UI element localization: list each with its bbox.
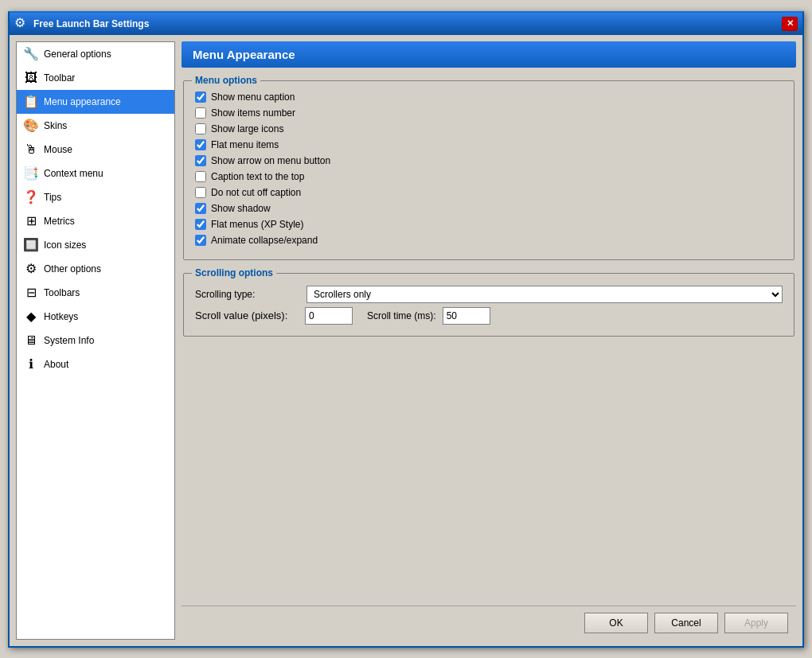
menu-options-label: Menu options	[192, 75, 260, 86]
sidebar-label-mouse: Mouse	[44, 144, 72, 155]
checkbox-show-menu-caption[interactable]	[195, 91, 206, 103]
icon-sizes-icon: 🔲	[23, 237, 39, 253]
window-title: Free Launch Bar Settings	[33, 18, 149, 29]
sidebar-item-hotkeys[interactable]: ◆Hotkeys	[17, 305, 174, 329]
checkbox-row-caption-text-to-top: Caption text to the top	[195, 169, 783, 185]
sidebar-item-general-options[interactable]: 🔧General options	[17, 42, 174, 66]
main-window: ⚙ Free Launch Bar Settings ✕ 🔧General op…	[8, 11, 804, 648]
checkbox-row-flat-menu-items: Flat menu items	[195, 137, 783, 153]
scroll-value-label: Scroll value (pixels):	[195, 310, 299, 321]
checkbox-show-large-icons[interactable]	[195, 123, 206, 134]
content-header: Menu Appearance	[182, 41, 796, 68]
sidebar-label-context-menu: Context menu	[44, 168, 103, 179]
checkbox-do-not-cut-off-caption[interactable]	[195, 187, 206, 198]
footer: OK Cancel Apply	[182, 605, 796, 640]
menu-appearance-icon: 📋	[23, 94, 39, 110]
checkbox-label-animate-collapse-expand: Animate collapse/expand	[211, 235, 318, 246]
scrolling-type-select[interactable]: Scrollers onlyNoneAuto	[306, 286, 783, 303]
checkbox-label-flat-menus-xp-style: Flat menus (XP Style)	[211, 219, 303, 230]
checkbox-row-show-menu-caption: Show menu caption	[195, 89, 783, 105]
toolbar-icon: 🖼	[23, 70, 39, 86]
scroll-value-input[interactable]	[305, 307, 353, 325]
checkbox-label-show-shadow: Show shadow	[211, 203, 271, 214]
scroll-time-label: Scroll time (ms):	[367, 310, 436, 321]
scroll-time-input[interactable]	[443, 307, 490, 325]
checkbox-row-flat-menus-xp-style: Flat menus (XP Style)	[195, 216, 783, 232]
window-icon: ⚙	[14, 17, 29, 31]
sidebar-label-about: About	[44, 359, 68, 370]
checkbox-row-show-arrow-on-menu-button: Show arrow on menu button	[195, 153, 783, 169]
sidebar-label-system-info: System Info	[44, 335, 94, 346]
sidebar-label-tips: Tips	[44, 192, 61, 203]
close-button[interactable]: ✕	[782, 17, 798, 31]
sidebar-item-tips[interactable]: ❓Tips	[17, 185, 174, 209]
sidebar-item-skins[interactable]: 🎨Skins	[17, 114, 174, 138]
metrics-icon: ⊞	[23, 213, 39, 229]
checkbox-label-show-menu-caption: Show menu caption	[211, 91, 295, 103]
sidebar-item-toolbars[interactable]: ⊟Toolbars	[17, 281, 174, 305]
checkbox-label-caption-text-to-top: Caption text to the top	[211, 171, 304, 182]
other-options-icon: ⚙	[23, 261, 39, 277]
window-body: 🔧General options🖼Toolbar📋Menu appearance…	[10, 35, 802, 646]
checkbox-show-shadow[interactable]	[195, 203, 206, 214]
checkbox-animate-collapse-expand[interactable]	[195, 235, 206, 246]
skins-icon: 🎨	[23, 118, 39, 134]
hotkeys-icon: ◆	[23, 309, 39, 325]
sidebar-label-menu-appearance: Menu appearance	[44, 96, 121, 107]
title-bar: ⚙ Free Launch Bar Settings ✕	[10, 13, 802, 35]
checkbox-row-do-not-cut-off-caption: Do not cut off caption	[195, 185, 783, 201]
checkbox-flat-menu-items[interactable]	[195, 139, 206, 150]
sidebar-label-skins: Skins	[44, 120, 67, 131]
checkbox-label-do-not-cut-off-caption: Do not cut off caption	[211, 187, 301, 198]
checkbox-caption-text-to-top[interactable]	[195, 171, 206, 182]
checkbox-row-animate-collapse-expand: Animate collapse/expand	[195, 232, 783, 248]
menu-options-group: Menu options Show menu captionShow items…	[183, 80, 794, 260]
content-area: Menu options Show menu captionShow items…	[182, 72, 796, 601]
sidebar-item-metrics[interactable]: ⊞Metrics	[17, 209, 174, 233]
checkbox-label-flat-menu-items: Flat menu items	[211, 139, 279, 150]
checkbox-row-show-shadow: Show shadow	[195, 201, 783, 216]
checkbox-label-show-large-icons: Show large icons	[211, 123, 283, 134]
scroll-values-row: Scroll value (pixels): Scroll time (ms):	[195, 307, 783, 325]
sidebar-label-metrics: Metrics	[44, 216, 75, 227]
tips-icon: ❓	[23, 189, 39, 205]
sidebar-label-hotkeys: Hotkeys	[44, 311, 78, 322]
checkbox-row-show-items-number: Show items number	[195, 105, 783, 121]
sidebar: 🔧General options🖼Toolbar📋Menu appearance…	[16, 41, 175, 640]
sidebar-label-general-options: General options	[44, 49, 111, 60]
about-icon: ℹ	[23, 356, 39, 372]
sidebar-item-menu-appearance[interactable]: 📋Menu appearance	[17, 90, 174, 114]
toolbars-icon: ⊟	[23, 285, 39, 301]
checkbox-label-show-items-number: Show items number	[211, 107, 295, 119]
sidebar-label-toolbars: Toolbars	[44, 287, 80, 298]
checkbox-label-show-arrow-on-menu-button: Show arrow on menu button	[211, 155, 330, 166]
main-content: Menu Appearance Menu options Show menu c…	[182, 41, 796, 640]
sidebar-item-mouse[interactable]: 🖱Mouse	[17, 138, 174, 162]
context-menu-icon: 📑	[23, 165, 39, 181]
checkbox-show-arrow-on-menu-button[interactable]	[195, 155, 206, 166]
general-options-icon: 🔧	[23, 46, 39, 62]
mouse-icon: 🖱	[23, 142, 39, 158]
sidebar-label-toolbar: Toolbar	[44, 72, 75, 84]
ok-button[interactable]: OK	[584, 613, 648, 633]
sidebar-item-other-options[interactable]: ⚙Other options	[17, 257, 174, 281]
sidebar-item-icon-sizes[interactable]: 🔲Icon sizes	[17, 233, 174, 257]
system-info-icon: 🖥	[23, 333, 39, 348]
sidebar-item-toolbar[interactable]: 🖼Toolbar	[17, 66, 174, 90]
scrolling-type-label: Scrolling type:	[195, 289, 299, 300]
checkbox-row-show-large-icons: Show large icons	[195, 121, 783, 137]
checkbox-flat-menus-xp-style[interactable]	[195, 219, 206, 230]
checkbox-show-items-number[interactable]	[195, 107, 206, 119]
scrolling-options-group: Scrolling options Scrolling type: Scroll…	[183, 273, 794, 337]
sidebar-label-other-options: Other options	[44, 263, 101, 274]
sidebar-item-about[interactable]: ℹAbout	[17, 352, 174, 376]
scrolling-options-label: Scrolling options	[192, 267, 276, 278]
sidebar-item-context-menu[interactable]: 📑Context menu	[17, 162, 174, 185]
scrolling-type-row: Scrolling type: Scrollers onlyNoneAuto	[195, 282, 783, 307]
cancel-button[interactable]: Cancel	[654, 613, 718, 633]
apply-button[interactable]: Apply	[724, 613, 788, 633]
sidebar-label-icon-sizes: Icon sizes	[44, 239, 86, 251]
title-bar-left: ⚙ Free Launch Bar Settings	[14, 17, 149, 31]
sidebar-item-system-info[interactable]: 🖥System Info	[17, 329, 174, 352]
